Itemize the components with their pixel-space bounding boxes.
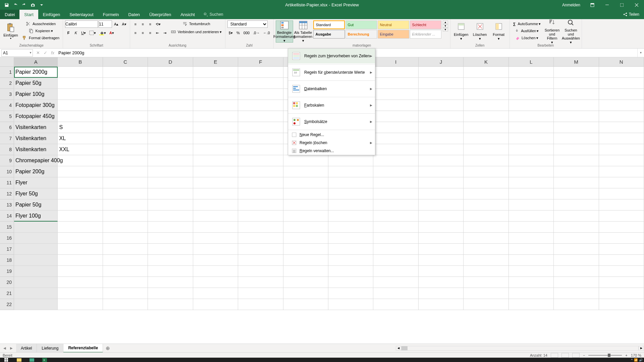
select-all-corner[interactable] — [0, 57, 14, 67]
cell-J3[interactable] — [419, 89, 464, 100]
cell-J16[interactable] — [419, 233, 464, 244]
cell-F21[interactable] — [238, 288, 283, 299]
cell-M12[interactable] — [554, 188, 599, 199]
cell-B15[interactable] — [58, 222, 103, 233]
cell-B21[interactable] — [58, 288, 103, 299]
cell-M18[interactable] — [554, 255, 599, 266]
cell-D12[interactable] — [148, 188, 193, 199]
cell-E6[interactable] — [193, 122, 238, 133]
cell-D15[interactable] — [148, 222, 193, 233]
cell-N15[interactable] — [599, 222, 644, 233]
cell-M8[interactable] — [554, 144, 599, 155]
cell-E11[interactable] — [193, 177, 238, 188]
cell-N10[interactable] — [599, 166, 644, 177]
cell-K18[interactable] — [464, 255, 508, 266]
taskbar-excel-icon[interactable]: X — [38, 358, 51, 362]
cell-G13[interactable] — [283, 199, 328, 210]
column-header-B[interactable]: B — [58, 57, 103, 67]
cell-F4[interactable] — [238, 100, 283, 111]
gallery-up-button[interactable]: ▲ — [443, 20, 448, 24]
cell-M3[interactable] — [554, 89, 599, 100]
percent-format-button[interactable]: % — [235, 29, 241, 36]
cell-F1[interactable] — [238, 67, 283, 78]
cell-B3[interactable] — [58, 89, 103, 100]
qat-customize-icon[interactable] — [38, 1, 46, 9]
grow-font-button[interactable]: A▴ — [113, 21, 120, 27]
cell-M5[interactable] — [554, 111, 599, 122]
cell-J22[interactable] — [419, 299, 464, 310]
cell-I11[interactable] — [373, 177, 418, 188]
cell-B20[interactable] — [58, 277, 103, 288]
cell-A20[interactable] — [14, 277, 58, 288]
cell-G10[interactable] — [283, 166, 328, 177]
cell-B5[interactable] — [58, 111, 103, 122]
cell-J5[interactable] — [419, 111, 464, 122]
menu-new-rule[interactable]: Neue Regel... — [288, 131, 375, 139]
column-header-C[interactable]: C — [103, 57, 148, 67]
row-header-19[interactable]: 19 — [0, 266, 14, 277]
cell-J2[interactable] — [419, 78, 464, 89]
cell-N22[interactable] — [599, 299, 644, 310]
cell-K9[interactable] — [464, 155, 508, 166]
style-eingabe[interactable]: Eingabe — [378, 30, 409, 39]
cell-D17[interactable] — [148, 244, 193, 255]
cell-N19[interactable] — [599, 266, 644, 277]
cell-C11[interactable] — [103, 177, 148, 188]
cell-B19[interactable] — [58, 266, 103, 277]
cell-M17[interactable] — [554, 244, 599, 255]
cell-L16[interactable] — [509, 233, 554, 244]
cell-A7[interactable]: Visitenkarten — [14, 133, 58, 144]
cell-N6[interactable] — [599, 122, 644, 133]
cell-G17[interactable] — [283, 244, 328, 255]
column-header-J[interactable]: J — [419, 57, 464, 67]
font-name-input[interactable] — [65, 20, 98, 28]
cell-G22[interactable] — [283, 299, 328, 310]
cell-H17[interactable] — [328, 244, 373, 255]
cell-I8[interactable] — [373, 144, 418, 155]
cell-J20[interactable] — [419, 277, 464, 288]
cell-B14[interactable] — [58, 210, 103, 222]
cell-F16[interactable] — [238, 233, 283, 244]
cell-I21[interactable] — [373, 288, 418, 299]
increase-decimal-button[interactable]: .0→ — [252, 29, 261, 36]
cell-L9[interactable] — [509, 155, 554, 166]
cell-H21[interactable] — [328, 288, 373, 299]
menu-icon-sets[interactable]: Symbolsätze ▶ — [288, 114, 375, 129]
cell-I16[interactable] — [373, 233, 418, 244]
cell-C16[interactable] — [103, 233, 148, 244]
cell-F6[interactable] — [238, 122, 283, 133]
cell-C8[interactable] — [103, 144, 148, 155]
gallery-more-button[interactable]: ▼ — [443, 28, 448, 32]
cell-L12[interactable] — [509, 188, 554, 199]
zoom-in-button[interactable]: + — [625, 353, 627, 357]
cell-F9[interactable] — [238, 155, 283, 166]
row-header-8[interactable]: 8 — [0, 144, 14, 155]
clear-button[interactable]: Löschen ▾ — [512, 35, 542, 41]
cell-E22[interactable] — [193, 299, 238, 310]
autosum-button[interactable]: ∑AutoSumme ▾ — [512, 20, 542, 27]
cell-N3[interactable] — [599, 89, 644, 100]
cell-L8[interactable] — [509, 144, 554, 155]
cell-L15[interactable] — [509, 222, 554, 233]
cell-K17[interactable] — [464, 244, 508, 255]
cell-H16[interactable] — [328, 233, 373, 244]
cell-E15[interactable] — [193, 222, 238, 233]
cell-B11[interactable] — [58, 177, 103, 188]
expand-formula-bar-icon[interactable]: ▼ — [637, 49, 644, 57]
shrink-font-button[interactable]: A▾ — [120, 21, 127, 27]
row-header-10[interactable]: 10 — [0, 166, 14, 177]
cell-F19[interactable] — [238, 266, 283, 277]
decrease-decimal-button[interactable]: ←.0 — [262, 29, 271, 36]
undo-icon[interactable] — [11, 1, 19, 9]
cancel-formula-icon[interactable]: ✕ — [34, 49, 42, 57]
cell-L17[interactable] — [509, 244, 554, 255]
cell-F12[interactable] — [238, 188, 283, 199]
cell-E2[interactable] — [193, 78, 238, 89]
comma-format-button[interactable]: 000 — [242, 29, 251, 36]
gallery-down-button[interactable]: ▼ — [443, 24, 448, 28]
style-gut[interactable]: Gut — [345, 20, 377, 29]
sheet-tab-lieferung[interactable]: Lieferung — [37, 344, 63, 353]
cell-I18[interactable] — [373, 255, 418, 266]
cell-M6[interactable] — [554, 122, 599, 133]
cell-H19[interactable] — [328, 266, 373, 277]
